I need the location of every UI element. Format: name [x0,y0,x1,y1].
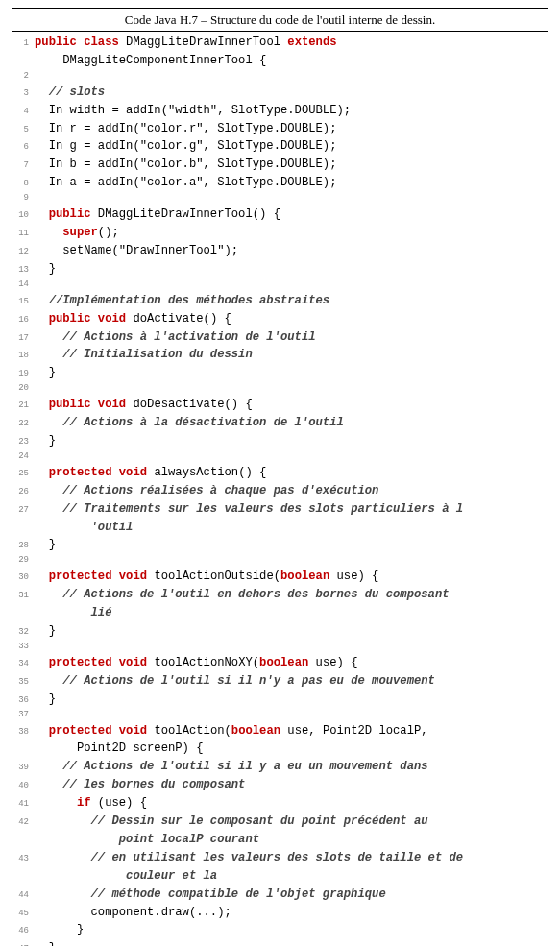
code-line: 6 In g = addIn("color.g", SlotType.DOUBL… [12,137,548,156]
code-line: 'outil [12,519,548,537]
line-number: 16 [12,314,35,327]
code-text: protected void toolAction(boolean use, P… [35,722,428,740]
code-text: setName("DrawInnerTool"); [35,242,238,260]
code-line: 23 } [12,432,548,450]
code-line: 1public class DMaggLiteDrawInnerTool ext… [12,34,548,52]
line-number: 10 [12,209,35,223]
code-text: point localP courant [35,831,259,849]
line-number: 5 [12,124,35,137]
line-number: 18 [12,350,35,363]
code-text: protected void toolActionOutside(boolean… [35,568,378,586]
code-line: 14 [12,279,548,292]
code-line: 4 In width = addIn("width", SlotType.DOU… [12,102,548,120]
code-line: 43 // en utilisant les valeurs des slots… [12,849,548,867]
line-number: 19 [12,368,35,381]
code-line: 46 } [12,921,548,939]
code-text: DMaggLiteComponentInnerTool { [35,52,266,70]
line-number: 39 [12,762,35,775]
code-line: 39 // Actions de l'outil si il y a eu un… [12,758,548,776]
code-text: component.draw(...); [35,904,231,922]
line-number: 14 [12,279,35,292]
line-number: 1 [12,37,35,51]
code-line: 34 protected void toolActionNoXY(boolean… [12,654,548,672]
listing-container: Code Java H.7 – Structure du code de l'o… [0,0,560,946]
code-line: lié [12,604,548,622]
code-line: Point2D screenP) { [12,740,548,758]
line-number: 6 [12,141,35,155]
line-number: 34 [12,658,35,671]
code-line: couleur et la [12,867,548,885]
line-number: 38 [12,726,35,740]
listing-caption: Code Java H.7 – Structure du code de l'o… [12,8,548,32]
line-number: 4 [12,106,35,119]
code-line: 7 In b = addIn("color.b", SlotType.DOUBL… [12,156,548,174]
line-number: 8 [12,178,35,191]
code-text: couleur et la [35,867,217,885]
code-text: } [35,260,56,279]
code-line: 18 // Initialisation du dessin [12,346,548,364]
line-number: 22 [12,418,35,431]
code-line: 19 } [12,364,548,382]
code-line: 20 [12,382,548,396]
line-number: 15 [12,296,35,309]
code-text: public void doActivate() { [35,310,231,328]
code-text: //Implémentation des méthodes abstraites [35,292,329,310]
code-text: // méthode compatible de l'objet graphiq… [35,885,386,904]
line-number: 7 [12,159,35,173]
code-line: 31 // Actions de l'outil en dehors des b… [12,586,548,604]
code-block: 1public class DMaggLiteDrawInnerTool ext… [12,34,548,946]
line-number: 31 [12,590,35,603]
code-text: // Actions à l'activation de l'outil [35,328,316,347]
code-line: 21 public void doDesactivate() { [12,396,548,414]
code-line: 42 // Dessin sur le composant du point p… [12,813,548,831]
line-number: 25 [12,468,35,481]
code-line: 36 } [12,691,548,709]
line-number: 27 [12,504,35,518]
code-text: } [35,622,56,641]
line-number: 24 [12,450,35,464]
code-line: 45 component.draw(...); [12,904,548,922]
code-line: 25 protected void alwaysAction() { [12,464,548,482]
code-text: public class DMaggLiteDrawInnerTool exte… [35,34,337,52]
line-number: 43 [12,853,35,866]
code-text: 'outil [35,519,133,537]
code-line: 47 } [12,939,548,946]
code-line: 32 } [12,622,548,641]
code-line: 16 public void doActivate() { [12,310,548,328]
code-line: 3 // slots [12,84,548,102]
code-line: 9 [12,192,548,206]
code-text: // Actions réalisées à chaque pas d'exéc… [35,482,378,500]
code-line: 10 public DMaggLiteDrawInnerTool() { [12,206,548,224]
code-text: // Initialisation du dessin [35,346,253,364]
code-text: public DMaggLiteDrawInnerTool() { [35,206,280,224]
line-number: 17 [12,332,35,346]
line-number: 29 [12,554,35,568]
line-number: 2 [12,70,35,84]
line-number: 37 [12,709,35,722]
line-number: 11 [12,228,35,241]
code-line: 33 [12,641,548,654]
line-number: 3 [12,87,35,101]
line-number: 30 [12,571,35,585]
line-number: 9 [12,192,35,206]
code-text: // Actions de l'outil en dehors des born… [35,586,450,604]
code-text: In r = addIn("color.r", SlotType.DOUBLE)… [35,120,337,138]
code-text: // Dessin sur le composant du point préc… [35,813,428,831]
code-text: } [35,921,84,939]
code-line: 38 protected void toolAction(boolean use… [12,722,548,740]
code-line: 35 // Actions de l'outil si il n'y a pas… [12,672,548,691]
code-text: lié [35,604,111,622]
code-text: // Actions de l'outil si il n'y a pas eu… [35,672,435,691]
line-number: 20 [12,382,35,396]
code-text: protected void toolActionNoXY(boolean us… [35,654,358,672]
code-line: 17 // Actions à l'activation de l'outil [12,328,548,347]
code-text: public void doDesactivate() { [35,396,253,414]
line-number: 12 [12,246,35,259]
code-text: // Actions à la désactivation de l'outil [35,414,344,432]
line-number: 45 [12,908,35,921]
code-line: 13 } [12,260,548,279]
code-text: // Actions de l'outil si il y a eu un mo… [35,758,428,776]
code-text: // en utilisant les valeurs des slots de… [35,849,463,867]
code-line: 26 // Actions réalisées à chaque pas d'e… [12,482,548,500]
code-text: } [35,364,56,382]
